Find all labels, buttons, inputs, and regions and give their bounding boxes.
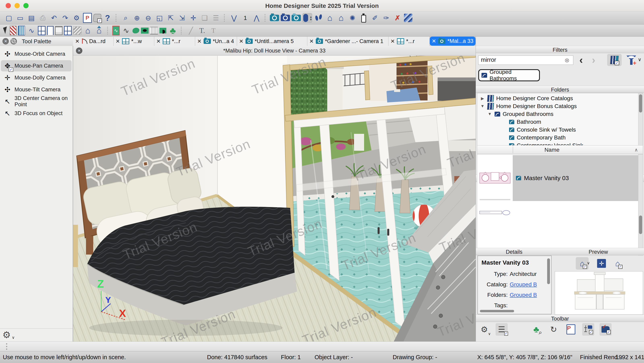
filter-chip-grouped-bathrooms[interactable]: Grouped Bathrooms bbox=[478, 69, 540, 81]
plant-tree-icon[interactable]: ♣ bbox=[168, 26, 178, 35]
stairs-icon[interactable] bbox=[73, 26, 81, 35]
up-one-floor-icon[interactable]: ⋀ bbox=[252, 13, 262, 23]
fill-window-icon[interactable]: ⇱ bbox=[166, 13, 176, 23]
pond-icon[interactable] bbox=[141, 27, 148, 34]
terrain-icon[interactable]: ∿ bbox=[112, 26, 120, 35]
library-preferences-icon[interactable]: ⚙∨ bbox=[478, 323, 490, 336]
close-tab-icon[interactable]: ✕ bbox=[116, 38, 120, 44]
down-one-floor-icon[interactable]: ⋁ bbox=[229, 13, 239, 23]
details-scrollbar-thumb[interactable] bbox=[547, 258, 550, 284]
full-camera-icon[interactable] bbox=[270, 15, 279, 21]
tree-item-home-designer-core-catalogs[interactable]: ▶Home Designer Core Catalogs bbox=[477, 94, 643, 102]
save-camera-icon[interactable] bbox=[292, 15, 301, 21]
current-floor-icon[interactable]: 1 bbox=[240, 13, 250, 23]
expander-icon[interactable]: ▶ bbox=[480, 96, 485, 101]
build-3d-icon[interactable]: ⌂ bbox=[325, 13, 335, 23]
close-tab-icon[interactable]: ✕ bbox=[432, 38, 436, 44]
curtain-wall-icon[interactable] bbox=[18, 26, 25, 35]
adjust-lights-icon[interactable]: ✺ bbox=[348, 13, 357, 23]
palette-item-mouse-tilt-camera[interactable]: ✣Mouse-Tilt Camera bbox=[1, 84, 72, 95]
turret-icon[interactable]: ⌂ bbox=[94, 26, 104, 35]
close-tab-icon[interactable]: ✕ bbox=[309, 38, 314, 44]
edit-angles-icon[interactable] bbox=[404, 14, 412, 22]
new-plan-icon[interactable]: ▢ bbox=[4, 13, 14, 23]
doorway-icon[interactable] bbox=[47, 26, 54, 35]
tab--r[interactable]: ✕*...r bbox=[388, 37, 430, 46]
close-tab-icon[interactable]: ✕ bbox=[156, 38, 161, 44]
tab--untitl-amera-5[interactable]: ✕*Untitl...amera 5 bbox=[237, 37, 307, 46]
tree-item-console-sink-w-towels[interactable]: Console Sink w/ Towels bbox=[477, 126, 643, 134]
tab--w[interactable]: ✕*...w bbox=[114, 37, 154, 46]
search-back-icon[interactable]: ‹ bbox=[579, 54, 583, 66]
close-tab-icon[interactable]: ✕ bbox=[75, 38, 80, 44]
perspective-camera-icon[interactable] bbox=[281, 15, 290, 21]
fill-all-windows-icon[interactable]: ⇲ bbox=[177, 13, 187, 23]
results-scrollbar-thumb[interactable] bbox=[639, 216, 642, 234]
add-filter-button[interactable]: + ∨ bbox=[625, 55, 642, 66]
plant-finder-icon[interactable]: ♣ bbox=[530, 323, 542, 336]
walkthrough-icon[interactable] bbox=[314, 13, 324, 23]
garden-bed-icon[interactable] bbox=[160, 28, 166, 33]
expander-icon[interactable]: ▼ bbox=[480, 104, 485, 108]
palette-item-mouse-orbit-camera[interactable]: ✣Mouse-Orbit Camera bbox=[1, 48, 72, 59]
close-tab-icon[interactable]: ✕ bbox=[197, 38, 202, 44]
eyedropper-icon[interactable]: ✐ bbox=[370, 13, 380, 23]
pan-window-icon[interactable]: ✛ bbox=[188, 13, 198, 23]
search-forward-icon[interactable]: › bbox=[592, 54, 595, 66]
help-icon[interactable]: ? bbox=[103, 13, 112, 23]
view-as-list-icon[interactable]: ☰✓ bbox=[496, 323, 508, 336]
preview-elevation-button[interactable]: ⌂✓ bbox=[611, 257, 624, 270]
filter-results-folder-icon[interactable] bbox=[600, 323, 612, 336]
result-thumbnail[interactable] bbox=[478, 155, 512, 201]
select-objects-icon[interactable] bbox=[3, 26, 9, 34]
show-folders-icon[interactable] bbox=[582, 323, 594, 336]
preview-3d-button[interactable]: ⌂✓∨ bbox=[576, 257, 588, 270]
close-tab-icon[interactable]: ✕ bbox=[239, 38, 244, 44]
open-plan-icon[interactable]: ▭ bbox=[15, 13, 25, 23]
terrain-spline-icon[interactable]: ∿ bbox=[121, 26, 131, 35]
fence-icon[interactable] bbox=[150, 27, 158, 34]
material-eyedropper-icon[interactable]: ✑ bbox=[382, 13, 391, 23]
wall-break-icon[interactable]: ∿ bbox=[26, 26, 36, 35]
elevation-view-icon[interactable]: ⌂ bbox=[336, 13, 346, 23]
expander-icon[interactable]: ▼ bbox=[487, 112, 492, 116]
save-plan-icon[interactable]: ▤ bbox=[26, 13, 36, 23]
field-value[interactable]: Grouped B bbox=[510, 292, 540, 298]
default-settings-icon[interactable]: ⚙ bbox=[72, 13, 81, 23]
tree-item-bathroom[interactable]: Bathroom bbox=[477, 118, 643, 126]
redo-icon[interactable]: ↷ bbox=[60, 13, 70, 23]
search-library-scope-button[interactable] bbox=[607, 54, 622, 66]
terrain-feature-icon[interactable] bbox=[132, 28, 139, 33]
library-search-input[interactable]: mirror bbox=[478, 55, 573, 65]
tab--mal-a-33[interactable]: ✕*Mal...a 33 bbox=[430, 37, 476, 46]
preview-expand-button[interactable]: ✛ bbox=[595, 257, 608, 270]
palette-item-3d-center-camera-on-point[interactable]: ↖3D Center Camera on Point bbox=[1, 96, 72, 107]
palette-item-mouse-dolly-camera[interactable]: ✛Mouse-Dolly Camera bbox=[1, 72, 72, 83]
close-tab-icon[interactable]: ✕ bbox=[390, 38, 395, 44]
mouse-3d-icon[interactable]: ↕ bbox=[302, 13, 312, 23]
update-catalogs-icon[interactable]: ↻ bbox=[548, 323, 560, 336]
zoom-in-icon[interactable]: ⊕ bbox=[132, 13, 142, 23]
palette-item-mouse-pan-camera[interactable]: ✥Mouse-Pan Camera bbox=[1, 60, 72, 71]
tab--un-a-4[interactable]: ✕*Un...a 4 bbox=[195, 37, 237, 46]
result-thumbnail-partial[interactable] bbox=[478, 203, 512, 216]
spray-paint-icon[interactable] bbox=[359, 13, 368, 23]
straight-wall-icon[interactable] bbox=[10, 26, 16, 35]
undo-zoom-icon[interactable]: ◱ bbox=[155, 13, 164, 23]
tree-item-home-designer-bonus-catalogs[interactable]: ▼Home Designer Bonus Catalogs bbox=[477, 102, 643, 110]
results-name-column-header[interactable]: Name ∧ bbox=[477, 145, 643, 154]
wall-niche-icon[interactable] bbox=[64, 26, 72, 35]
delete-3d-surface-icon[interactable]: ✗ bbox=[393, 13, 402, 23]
palette-item-3d-focus-on-object[interactable]: ↖3D Focus on Object bbox=[1, 108, 72, 119]
text-icon[interactable]: T. bbox=[197, 26, 207, 35]
cabinet-icon[interactable] bbox=[55, 26, 62, 35]
field-value[interactable]: Grouped B bbox=[510, 281, 540, 288]
library-browser-icon[interactable] bbox=[93, 14, 102, 22]
result-row-master-vanity-03[interactable]: Master Vanity 03 bbox=[513, 155, 639, 201]
tree-item-grouped-bathrooms[interactable]: ▼Grouped Bathrooms bbox=[477, 110, 643, 118]
tab--r[interactable]: ✕*...r bbox=[154, 37, 195, 46]
clear-search-icon[interactable]: ⊗ bbox=[564, 57, 570, 64]
zoom-out-icon[interactable]: ⊖ bbox=[144, 13, 153, 23]
presentation-window-icon[interactable]: P bbox=[565, 323, 577, 336]
undo-icon[interactable]: ↶ bbox=[49, 13, 59, 23]
